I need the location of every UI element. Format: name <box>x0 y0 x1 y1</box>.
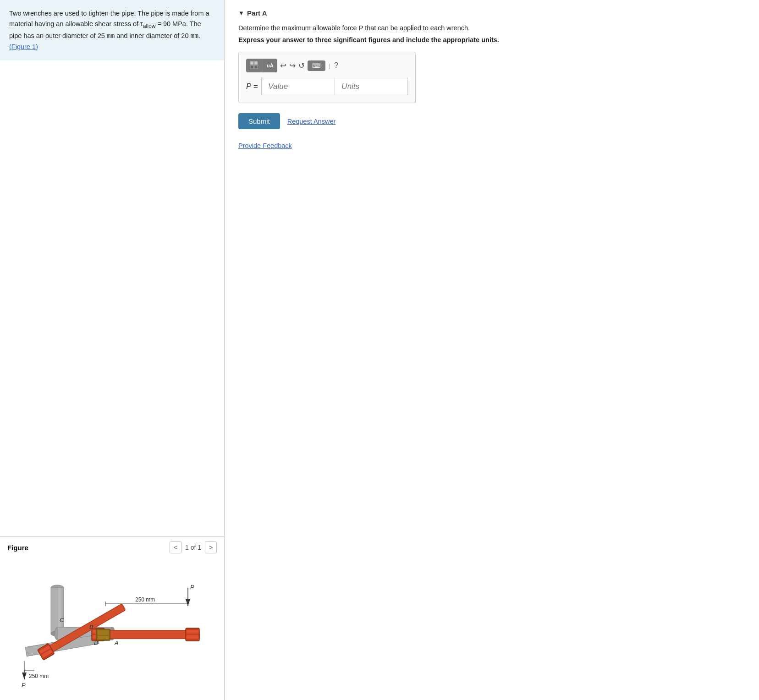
units-input[interactable] <box>335 78 408 95</box>
p-top-label: P <box>190 584 194 591</box>
submit-row: Submit Request Answer <box>238 113 745 129</box>
input-row: P = <box>246 78 408 95</box>
figure-link[interactable]: (Figure 1) <box>9 43 38 50</box>
svg-rect-0 <box>16 563 209 691</box>
right-panel: ▼ Part A Determine the maximum allowable… <box>225 0 759 700</box>
keyboard-button[interactable]: ⌨ <box>308 60 325 71</box>
svg-rect-33 <box>254 61 258 65</box>
bold-instruction: Express your answer to three significant… <box>238 36 745 44</box>
figure-header: Figure < 1 of 1 > <box>0 537 224 558</box>
svg-rect-34 <box>250 66 253 69</box>
svg-rect-4 <box>58 588 61 634</box>
figure-pagination: 1 of 1 <box>185 544 201 551</box>
svg-rect-11 <box>187 630 198 634</box>
svg-rect-2 <box>51 588 64 634</box>
grid-icon[interactable] <box>246 59 263 72</box>
refresh-button[interactable]: ↺ <box>298 61 305 71</box>
submit-button[interactable]: Submit <box>238 113 280 129</box>
svg-rect-22 <box>98 636 109 639</box>
unit-toggle[interactable]: uÅ <box>263 60 277 71</box>
part-arrow: ▼ <box>238 10 244 16</box>
svg-rect-21 <box>98 630 109 635</box>
svg-rect-35 <box>254 66 258 69</box>
dim2-label: 250 mm <box>29 673 49 679</box>
p-bottom-label: P <box>22 682 26 689</box>
answer-box: uÅ ↩ ↪ ↺ ⌨ | ? P = <box>238 52 416 103</box>
provide-feedback-button[interactable]: Provide Feedback <box>238 142 292 149</box>
help-button[interactable]: ? <box>334 61 338 70</box>
undo-button[interactable]: ↩ <box>280 61 286 71</box>
figure-title: Figure <box>7 544 28 552</box>
question-text: Determine the maximum allowable force P … <box>238 24 745 32</box>
toolbar-icon-group: uÅ <box>246 59 277 72</box>
p-label: P = <box>246 82 258 91</box>
figure-section: Figure < 1 of 1 > <box>0 536 224 700</box>
label-a: A <box>114 640 119 646</box>
figure-nav: < 1 of 1 > <box>170 541 217 553</box>
label-c: C <box>60 617 64 623</box>
figure-prev-button[interactable]: < <box>170 541 182 553</box>
svg-rect-32 <box>250 61 253 65</box>
redo-button[interactable]: ↪ <box>289 61 296 71</box>
part-header: ▼ Part A <box>238 9 745 17</box>
toolbar: uÅ ↩ ↪ ↺ ⌨ | ? <box>246 59 408 72</box>
left-panel: Two wrenches are used to tighten the pip… <box>0 0 225 700</box>
value-input[interactable] <box>261 78 335 95</box>
problem-description: Two wrenches are used to tighten the pip… <box>9 10 209 39</box>
dim1-label: 250 mm <box>135 596 155 603</box>
svg-rect-12 <box>187 635 198 639</box>
keyboard-icon: ⌨ <box>312 62 321 69</box>
part-label: Part A <box>247 9 267 17</box>
problem-text: Two wrenches are used to tighten the pip… <box>0 0 224 60</box>
figure-next-button[interactable]: > <box>205 541 217 553</box>
toolbar-separator: | <box>329 62 330 69</box>
request-answer-button[interactable]: Request Answer <box>287 118 336 125</box>
figure-svg: A B C D 250 mm P 250 mm <box>16 563 209 691</box>
figure-image: A B C D 250 mm P 250 mm <box>0 558 224 700</box>
label-b: B <box>89 623 94 630</box>
label-d: D <box>94 640 98 646</box>
